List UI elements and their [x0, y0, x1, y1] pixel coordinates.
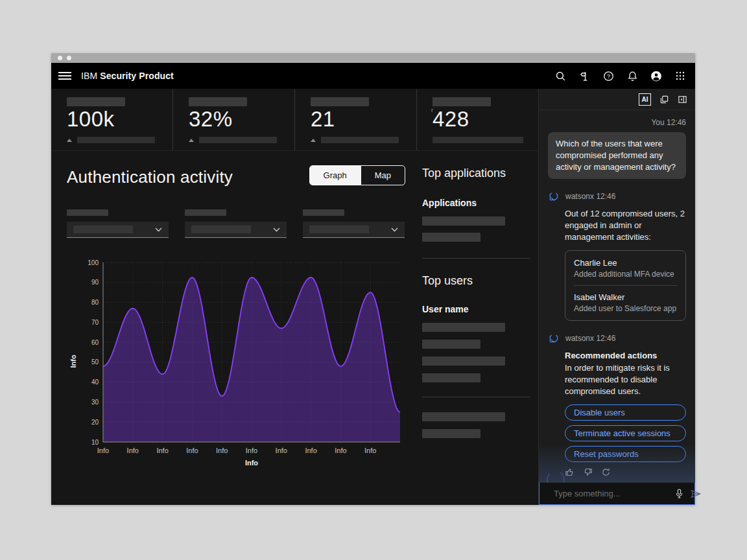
- kpi-trend-skeleton: [433, 137, 523, 143]
- send-icon[interactable]: [691, 489, 701, 498]
- kpi-trend-skeleton: [321, 137, 399, 143]
- app-header: IBM Security Product ?: [51, 63, 695, 89]
- svg-text:Info: Info: [276, 447, 287, 454]
- section-title-top-applications: Top applications: [422, 167, 530, 180]
- user-activity-card: Charlie Lee Added additional MFA device …: [565, 250, 686, 321]
- kpi-trend-skeleton: [77, 137, 155, 143]
- svg-text:60: 60: [91, 339, 99, 346]
- action-button[interactable]: Terminate active sessions: [565, 425, 686, 441]
- auth-activity-chart: 102030405060708090100InfoInfoInfoInfoInf…: [67, 255, 405, 474]
- user-row-skeleton: [422, 429, 480, 438]
- user-row-skeleton: [422, 356, 505, 366]
- action-button[interactable]: Disable users: [565, 404, 686, 421]
- signpost-icon[interactable]: [578, 70, 590, 82]
- chevron-down-icon: [273, 228, 280, 232]
- dropdown-field[interactable]: [185, 222, 287, 238]
- assistant-panel: AI You 12:46 Which of the users that wer…: [538, 89, 695, 505]
- message-meta: watsonx 12:46: [565, 334, 615, 343]
- dropdown-field[interactable]: [67, 222, 169, 238]
- app-title: IBM Security Product: [81, 71, 174, 81]
- svg-text:90: 90: [91, 279, 99, 286]
- filter-dropdown: [303, 209, 405, 238]
- watsonx-avatar-icon: [548, 332, 560, 344]
- user-row-skeleton: [422, 340, 480, 349]
- svg-text:Info: Info: [305, 447, 316, 454]
- kpi-card: 21: [294, 89, 416, 150]
- user-row-skeleton: [422, 373, 480, 382]
- filter-label-skeleton: [303, 209, 344, 216]
- filter-label-skeleton: [67, 209, 108, 216]
- assistant-message-title: Recommended actions: [565, 350, 686, 362]
- chat-message-list: You 12:46 Which of the users that were c…: [539, 110, 695, 482]
- dropdown-value-skeleton: [191, 226, 251, 233]
- trend-up-icon: [311, 139, 316, 142]
- svg-text:Info: Info: [186, 447, 198, 454]
- chat-text-input[interactable]: [554, 489, 668, 498]
- svg-text:Info: Info: [127, 447, 139, 454]
- toggle-map[interactable]: Map: [361, 166, 405, 185]
- window-dot[interactable]: [67, 56, 71, 60]
- svg-text:30: 30: [91, 399, 99, 406]
- thumbs-up-icon[interactable]: [565, 467, 575, 477]
- user-name: Charlie Lee: [574, 258, 677, 268]
- filter-dropdown: [67, 209, 169, 238]
- graph-map-toggle: Graph Map: [309, 165, 405, 185]
- kpi-footnote: r: [431, 107, 433, 113]
- chevron-down-icon: [155, 228, 162, 232]
- kpi-trend-skeleton: [199, 137, 277, 143]
- help-icon[interactable]: ?: [602, 70, 614, 82]
- user-activity: Added user to Salesforce app: [574, 304, 677, 313]
- toggle-graph[interactable]: Graph: [310, 166, 361, 185]
- section-title-authentication-activity: Authentication activity: [67, 165, 233, 187]
- action-button[interactable]: Reset passwords: [565, 446, 686, 462]
- kpi-card: 100k: [51, 89, 172, 150]
- menu-icon[interactable]: [58, 69, 71, 82]
- chat-message-assistant: watsonx 12:46 Recommended actions In ord…: [548, 332, 686, 477]
- window-dot[interactable]: [58, 56, 62, 60]
- kpi-value: 21: [311, 108, 403, 131]
- window-chrome: [51, 53, 695, 63]
- svg-text:Info: Info: [156, 447, 168, 454]
- column-label-applications: Applications: [422, 198, 530, 208]
- svg-text:100: 100: [88, 259, 99, 266]
- trend-up-icon: [67, 139, 72, 142]
- kpi-card: r 428: [416, 89, 538, 150]
- regenerate-icon[interactable]: [601, 467, 611, 477]
- kpi-value: 100k: [67, 108, 160, 131]
- message-meta: watsonx 12:46: [565, 192, 615, 201]
- svg-text:80: 80: [91, 299, 99, 306]
- chat-message-user: You 12:46 Which of the users that were c…: [548, 118, 686, 179]
- app-switcher-icon[interactable]: [674, 70, 686, 82]
- account-icon[interactable]: [650, 70, 662, 82]
- chevron-down-icon: [391, 228, 398, 232]
- divider: [422, 397, 530, 397]
- pop-out-icon[interactable]: [659, 95, 669, 104]
- chat-input-bar: [539, 482, 695, 505]
- assistant-message-text: In order to mitigate risks it is recomme…: [565, 362, 686, 398]
- message-meta: You 12:46: [548, 118, 686, 127]
- filter-label-skeleton: [185, 209, 226, 216]
- app-window: IBM Security Product ?: [51, 53, 695, 505]
- section-title-top-users: Top users: [422, 274, 530, 288]
- thumbs-down-icon[interactable]: [583, 467, 593, 477]
- svg-text:Info: Info: [216, 447, 228, 454]
- microphone-icon[interactable]: [675, 489, 683, 498]
- ai-label-icon[interactable]: AI: [639, 93, 651, 106]
- svg-text:50: 50: [91, 358, 99, 366]
- svg-text:10: 10: [91, 439, 99, 446]
- notifications-icon[interactable]: [626, 70, 638, 82]
- svg-text:Info: Info: [245, 459, 258, 467]
- kpi-title-skeleton: [311, 97, 369, 106]
- dashboard-main: 100k 32% 21 r 428: [51, 89, 538, 505]
- assistant-panel-header: AI: [539, 89, 695, 110]
- filter-dropdown: [185, 209, 287, 238]
- search-icon[interactable]: [554, 70, 566, 82]
- right-panel-icon[interactable]: [678, 95, 687, 104]
- user-row-skeleton: [422, 323, 505, 332]
- brand-name: Security Product: [100, 71, 174, 81]
- divider: [422, 258, 530, 259]
- recommended-actions: Disable usersTerminate active sessionsRe…: [565, 404, 686, 462]
- dropdown-field[interactable]: [303, 222, 405, 238]
- svg-text:Info: Info: [246, 447, 257, 454]
- kpi-card: 32%: [172, 89, 294, 150]
